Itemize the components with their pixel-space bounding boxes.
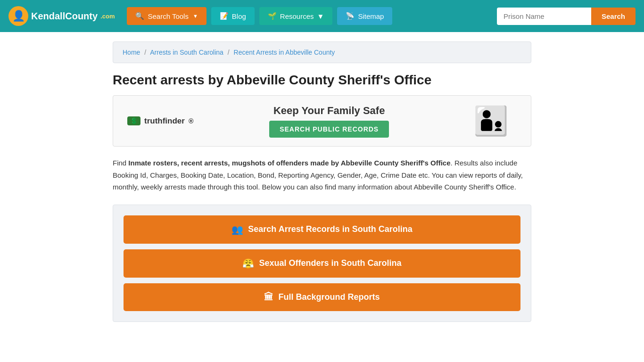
nav-search-tools-button[interactable]: 🔍 Search Tools ▼ xyxy=(127,7,206,25)
site-header: 👤 KendallCounty.com 🔍 Search Tools ▼ 📝 B… xyxy=(0,0,644,32)
background-reports-label: Full Background Reports xyxy=(278,292,380,302)
logo-avatar-icon: 👤 xyxy=(8,6,28,26)
sexual-offenders-button[interactable]: 😤 Sexual Offenders in South Carolina xyxy=(124,249,520,278)
breadcrumb-sep-2: / xyxy=(228,49,230,56)
banner-center: Keep Your Family Safe SEARCH PUBLIC RECO… xyxy=(193,105,465,138)
breadcrumb-arrests-sc[interactable]: Arrests in South Carolina xyxy=(150,49,223,56)
tf-logo-icon: 💲 xyxy=(127,116,140,125)
breadcrumb-sep-1: / xyxy=(144,49,146,56)
search-arrest-records-button[interactable]: 👥 Search Arrest Records in South Carolin… xyxy=(124,215,520,244)
site-logo[interactable]: 👤 KendallCounty.com xyxy=(8,6,115,26)
nav-sitemap-button[interactable]: 📡 Sitemap xyxy=(337,7,392,25)
logo-text: KendallCounty xyxy=(31,11,98,22)
breadcrumb-home[interactable]: Home xyxy=(123,49,140,56)
truthfinder-banner[interactable]: 💲 truthfinder® Keep Your Family Safe SEA… xyxy=(113,95,531,147)
chevron-down-icon: ▼ xyxy=(193,13,198,19)
search-arrest-label: Search Arrest Records in South Carolina xyxy=(248,224,412,234)
full-background-reports-button[interactable]: 🏛 Full Background Reports xyxy=(124,283,520,311)
sexual-offenders-label: Sexual Offenders in South Carolina xyxy=(259,258,401,268)
page-title: Recent arrests by Abbeville County Sheri… xyxy=(113,73,531,88)
search-arrest-icon: 👥 xyxy=(231,224,243,235)
banner-tagline: Keep Your Family Safe xyxy=(273,105,385,117)
banner-person-image: 👨‍👦 xyxy=(473,104,509,138)
chevron-down-icon-2: ▼ xyxy=(317,12,324,20)
truthfinder-logo: 💲 truthfinder® xyxy=(127,116,193,126)
tf-logo-name: truthfinder xyxy=(144,116,185,126)
banner-logo-area: 💲 truthfinder® xyxy=(127,116,193,126)
nav-resources-button[interactable]: 🌱 Resources ▼ xyxy=(259,7,333,25)
breadcrumb: Home / Arrests in South Carolina / Recen… xyxy=(113,41,531,63)
background-reports-icon: 🏛 xyxy=(264,292,273,303)
nav-blog-button[interactable]: 📝 Blog xyxy=(211,7,255,25)
sexual-offenders-icon: 😤 xyxy=(242,258,254,269)
banner-cta-button[interactable]: SEARCH PUBLIC RECORDS xyxy=(269,121,389,138)
main-content: Home / Arrests in South Carolina / Recen… xyxy=(105,32,539,343)
nav-resources-label: Resources xyxy=(280,12,314,20)
nav-blog-label: Blog xyxy=(232,12,246,20)
logo-com: .com xyxy=(100,13,115,20)
page-description: Find Inmate rosters, recent arrests, mug… xyxy=(113,157,531,193)
prison-name-input[interactable] xyxy=(497,8,591,25)
header-search-area: Search xyxy=(497,8,636,25)
description-bold: Inmate rosters, recent arrests, mugshots… xyxy=(128,159,450,167)
nav-sitemap-label: Sitemap xyxy=(358,12,384,20)
description-intro: Find xyxy=(113,159,128,167)
action-buttons-box: 👥 Search Arrest Records in South Carolin… xyxy=(113,205,531,322)
nav-search-tools-label: Search Tools xyxy=(148,12,188,20)
breadcrumb-current[interactable]: Recent Arrests in Abbeville County xyxy=(234,49,335,56)
banner-image-area: 👨‍👦 xyxy=(465,104,517,138)
tf-trademark: ® xyxy=(189,117,193,125)
header-search-button[interactable]: Search xyxy=(591,8,636,25)
